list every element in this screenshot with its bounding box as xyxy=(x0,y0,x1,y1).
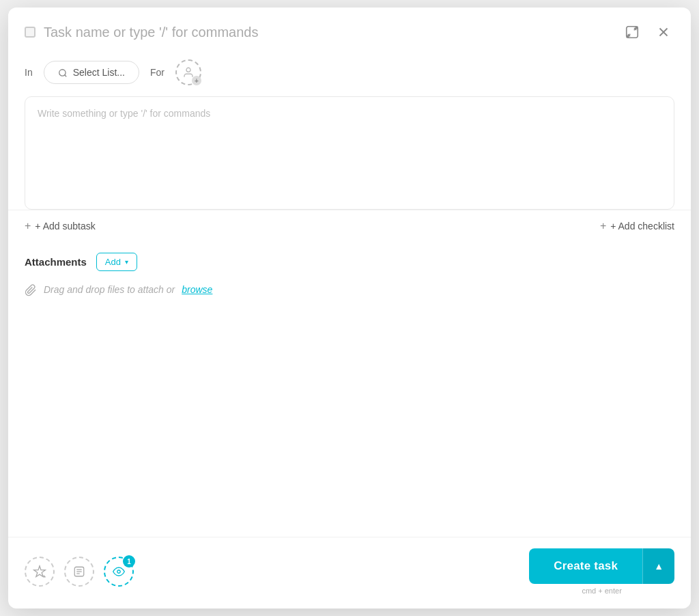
search-icon xyxy=(58,67,68,78)
select-list-label: Select List... xyxy=(73,67,125,78)
description-area xyxy=(25,96,674,210)
close-icon[interactable] xyxy=(653,21,674,43)
create-task-modal: In Select List... For + xyxy=(8,8,691,608)
add-user-icon: + xyxy=(192,76,201,85)
svg-line-8 xyxy=(64,75,66,77)
drag-drop-area: Drag and drop files to attach or browse xyxy=(25,281,674,299)
modal-header xyxy=(8,8,691,51)
sparkle-button[interactable] xyxy=(25,557,55,587)
footer-left-actions: 1 xyxy=(25,557,134,587)
attachments-label: Attachments xyxy=(25,256,87,268)
task-status-checkbox[interactable] xyxy=(25,27,35,38)
browse-link[interactable]: browse xyxy=(182,284,212,295)
arrow-up-icon: ▲ xyxy=(654,561,664,572)
modal-footer: 1 Create task ▲ cmd + enter xyxy=(8,537,691,608)
svg-point-7 xyxy=(59,70,65,76)
svg-point-9 xyxy=(186,68,190,72)
drag-drop-text: Drag and drop files to attach or xyxy=(44,284,175,295)
chevron-down-icon: ▾ xyxy=(125,258,128,266)
create-task-button[interactable]: Create task xyxy=(529,548,642,584)
add-attachment-button[interactable]: Add ▾ xyxy=(96,253,137,271)
select-list-button[interactable]: Select List... xyxy=(44,61,139,84)
add-subtask-label: + Add subtask xyxy=(35,221,95,232)
watchers-badge: 1 xyxy=(123,555,135,568)
create-task-group: Create task ▲ xyxy=(529,548,674,584)
attachments-header: Attachments Add ▾ xyxy=(25,253,674,271)
in-label: In xyxy=(25,67,33,78)
add-checklist-label: + Add checklist xyxy=(610,221,674,232)
attachments-section: Attachments Add ▾ Drag and drop files to… xyxy=(8,242,691,305)
svg-point-15 xyxy=(117,570,121,574)
subtask-checklist-row: + + Add subtask + + Add checklist xyxy=(8,210,691,242)
watchers-button[interactable]: 1 xyxy=(104,557,134,587)
footer-right-actions: Create task ▲ cmd + enter xyxy=(529,548,674,595)
task-name-input[interactable] xyxy=(44,25,613,40)
keyboard-hint: cmd + enter xyxy=(582,587,621,595)
assign-user-button[interactable]: + xyxy=(175,59,201,85)
in-for-row: In Select List... For + xyxy=(8,51,691,96)
description-input[interactable] xyxy=(25,97,674,206)
plus-icon: + xyxy=(25,220,31,232)
header-actions xyxy=(621,21,674,43)
description-template-button[interactable] xyxy=(64,557,94,587)
for-label: For xyxy=(150,67,165,78)
add-checklist-button[interactable]: + + Add checklist xyxy=(600,220,674,232)
svg-line-10 xyxy=(44,576,46,578)
add-button-label: Add xyxy=(105,257,121,267)
create-task-dropdown-button[interactable]: ▲ xyxy=(642,548,674,584)
add-subtask-button[interactable]: + + Add subtask xyxy=(25,220,96,232)
expand-icon[interactable] xyxy=(621,21,643,43)
plus-icon-checklist: + xyxy=(600,220,606,232)
paperclip-icon xyxy=(25,283,37,296)
